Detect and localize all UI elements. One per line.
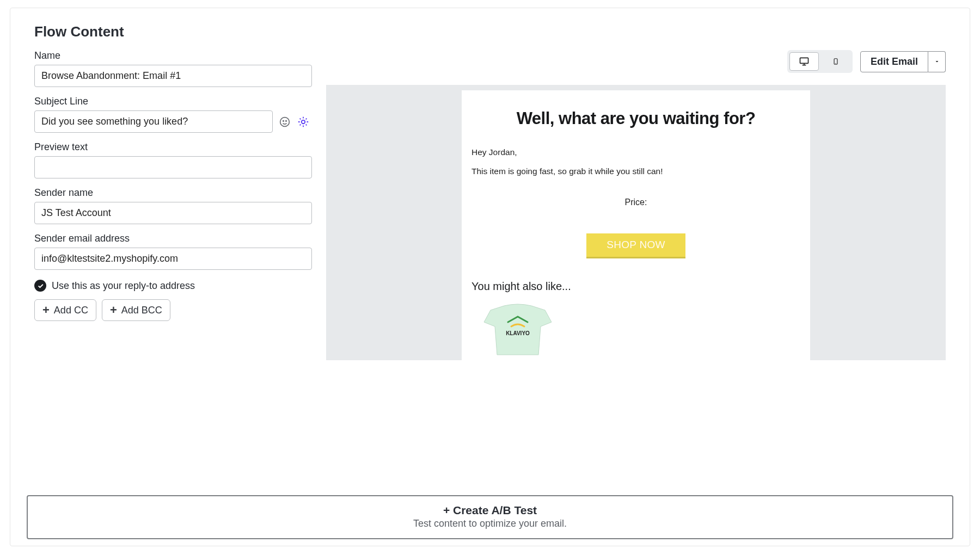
form-column: Name Subject Line Preview text <box>34 50 312 360</box>
reply-to-checkbox[interactable]: Use this as your reply-to address <box>34 280 312 292</box>
product-brand-text: KLAVIYO <box>506 330 530 336</box>
preview-price: Price: <box>471 198 800 207</box>
ai-suggestion-icon[interactable] <box>297 115 310 128</box>
add-cc-button[interactable]: + Add CC <box>34 299 96 321</box>
preview-text-label: Preview text <box>34 141 312 153</box>
desktop-view-button[interactable] <box>789 52 819 71</box>
subject-input[interactable] <box>34 110 273 133</box>
add-cc-label: Add CC <box>54 305 88 316</box>
device-toggle <box>787 50 853 73</box>
name-input[interactable] <box>34 65 312 87</box>
preview-column: Edit Email Well, what are you waiting fo… <box>326 50 946 360</box>
edit-email-dropdown[interactable] <box>928 51 946 72</box>
preview-shell: Well, what are you waiting for? Hey Jord… <box>326 85 946 360</box>
plus-icon: + <box>110 304 117 316</box>
sender-name-input[interactable] <box>34 202 312 224</box>
add-bcc-label: Add BCC <box>121 305 162 316</box>
ab-test-title: + Create A/B Test <box>28 504 952 517</box>
subject-label: Subject Line <box>34 96 312 107</box>
edit-email-button[interactable]: Edit Email <box>860 51 928 72</box>
plus-icon: + <box>42 304 50 316</box>
preview-headline: Well, what are you waiting for? <box>471 109 800 128</box>
check-icon <box>34 280 46 292</box>
mobile-icon <box>832 56 840 67</box>
name-label: Name <box>34 50 312 61</box>
flow-content-panel: Flow Content Name Subject Line <box>10 8 970 546</box>
shop-now-button[interactable]: SHOP NOW <box>586 233 685 258</box>
reply-to-label: Use this as your reply-to address <box>52 280 195 292</box>
emoji-icon[interactable] <box>278 115 291 128</box>
svg-point-0 <box>280 117 290 126</box>
preview-greeting: Hey Jordan, <box>471 146 800 158</box>
page-title: Flow Content <box>34 23 946 40</box>
sender-email-input[interactable] <box>34 248 312 270</box>
mobile-view-button[interactable] <box>821 52 850 71</box>
svg-point-2 <box>286 120 287 121</box>
email-preview: Well, what are you waiting for? Hey Jord… <box>462 90 810 360</box>
svg-rect-4 <box>800 58 808 63</box>
add-bcc-button[interactable]: + Add BCC <box>102 299 170 321</box>
product-image: KLAVIYO <box>471 300 564 360</box>
sender-name-label: Sender name <box>34 187 312 199</box>
desktop-icon <box>798 56 810 67</box>
svg-point-1 <box>283 120 284 121</box>
sender-email-label: Sender email address <box>34 233 312 244</box>
ab-test-subtitle: Test content to optimize your email. <box>28 518 952 529</box>
also-like-heading: You might also like... <box>471 280 800 293</box>
create-ab-test-button[interactable]: + Create A/B Test Test content to optimi… <box>27 495 953 539</box>
preview-body-line: This item is going fast, so grab it whil… <box>471 165 800 177</box>
preview-text-input[interactable] <box>34 156 312 178</box>
chevron-down-icon <box>934 58 940 65</box>
svg-point-3 <box>302 120 305 123</box>
